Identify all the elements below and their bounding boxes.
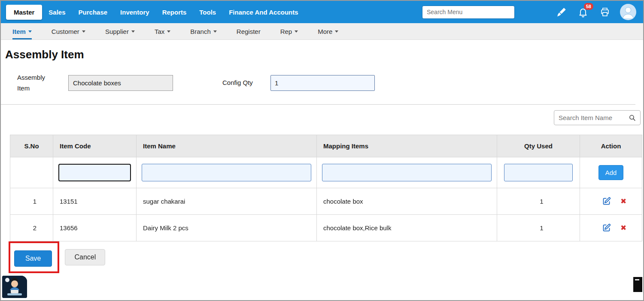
nav-item-reports[interactable]: Reports bbox=[156, 5, 193, 19]
notification-badge: 58 bbox=[584, 3, 593, 10]
cell-mapping-items: chocolate box,Rice bulk bbox=[317, 214, 497, 241]
nav-item-finance-and-accounts[interactable]: Finance And Accounts bbox=[222, 5, 304, 19]
assembly-items-table: S.No Item Code Item Name Mapping Items Q… bbox=[10, 135, 642, 241]
save-button[interactable]: Save bbox=[14, 250, 52, 267]
menu-search-input[interactable] bbox=[422, 6, 515, 19]
subnav-item-label: Register bbox=[237, 28, 261, 35]
item-search-input[interactable] bbox=[559, 114, 629, 121]
subnav-item-register[interactable]: Register bbox=[237, 23, 261, 39]
cell-item-name: Dairy Milk 2 pcs bbox=[137, 214, 317, 241]
nav-item-sales[interactable]: Sales bbox=[42, 5, 72, 19]
subnav-item-rep[interactable]: Rep bbox=[280, 23, 298, 39]
cell-item-name: sugar chakarai bbox=[137, 188, 317, 214]
subnav-item-supplier[interactable]: Supplier bbox=[105, 23, 135, 39]
user-avatar[interactable] bbox=[620, 4, 636, 20]
edit-icon[interactable] bbox=[602, 197, 611, 206]
table-filter-row: Add bbox=[10, 157, 642, 188]
filter-mapping-items-input[interactable] bbox=[322, 164, 492, 181]
filter-item-code-input[interactable] bbox=[58, 164, 131, 181]
cell-sno: 1 bbox=[10, 188, 53, 214]
table-row: 1 13151 sugar chakarai chocolate box 1 ✖ bbox=[10, 188, 642, 214]
sub-navbar: Item Customer Supplier Tax Branch Regist… bbox=[1, 23, 643, 40]
col-header-action: Action bbox=[580, 135, 642, 157]
support-person-icon bbox=[2, 276, 27, 298]
nav-item-tools[interactable]: Tools bbox=[193, 5, 222, 19]
subnav-item-label: Customer bbox=[52, 28, 79, 35]
add-button[interactable]: Add bbox=[598, 165, 624, 180]
subnav-item-label: Branch bbox=[190, 28, 211, 35]
top-navbar: Master Sales Purchase Inventory Reports … bbox=[1, 1, 643, 23]
page-title: Assembly Item bbox=[5, 48, 643, 61]
section-divider bbox=[1, 104, 635, 105]
support-chat-widget[interactable] bbox=[2, 276, 27, 298]
printer-icon[interactable] bbox=[599, 7, 611, 17]
subnav-item-item[interactable]: Item bbox=[12, 23, 32, 39]
col-header-mapping-items: Mapping Items bbox=[317, 135, 497, 157]
footer-actions: Save Cancel bbox=[1, 241, 643, 273]
cell-item-code: 13656 bbox=[53, 214, 137, 241]
assembly-form: Assembly Item Config Qty bbox=[1, 72, 643, 94]
col-header-item-code: Item Code bbox=[53, 135, 137, 157]
row-actions: ✖ bbox=[586, 188, 642, 214]
chevron-down-icon bbox=[82, 30, 85, 33]
cell-mapping-items: chocolate box bbox=[317, 188, 497, 214]
filter-sno-cell bbox=[10, 157, 53, 188]
config-qty-label: Config Qty bbox=[222, 78, 253, 88]
subnav-item-label: Item bbox=[12, 28, 26, 35]
subnav-item-label: Rep bbox=[280, 28, 292, 35]
item-search-row bbox=[1, 110, 641, 125]
chevron-down-icon bbox=[295, 30, 298, 33]
chevron-down-icon bbox=[131, 30, 135, 33]
subnav-item-label: More bbox=[318, 28, 332, 35]
subnav-item-label: Tax bbox=[155, 28, 164, 35]
config-qty-input[interactable] bbox=[270, 75, 375, 91]
chevron-down-icon bbox=[213, 30, 217, 33]
chevron-down-icon bbox=[28, 30, 32, 33]
subnav-item-branch[interactable]: Branch bbox=[190, 23, 217, 39]
subnav-item-more[interactable]: More bbox=[318, 23, 338, 39]
subnav-item-customer[interactable]: Customer bbox=[52, 23, 85, 39]
subnav-item-tax[interactable]: Tax bbox=[155, 23, 170, 39]
table-row: 2 13656 Dairy Milk 2 pcs chocolate box,R… bbox=[10, 214, 642, 241]
filter-qty-used-input[interactable] bbox=[504, 164, 573, 181]
red-annotation-box: Save bbox=[9, 241, 59, 273]
filter-item-name-input[interactable] bbox=[142, 164, 311, 181]
chevron-down-icon bbox=[335, 30, 338, 33]
notifications-area: 58 bbox=[578, 7, 588, 18]
edit-icon[interactable] bbox=[602, 223, 611, 232]
delete-icon[interactable]: ✖ bbox=[620, 223, 626, 232]
cancel-button[interactable]: Cancel bbox=[65, 249, 105, 265]
col-header-qty-used: Qty Used bbox=[497, 135, 580, 157]
search-icon[interactable] bbox=[629, 114, 636, 121]
nav-item-purchase[interactable]: Purchase bbox=[72, 5, 114, 19]
col-header-sno: S.No bbox=[10, 135, 53, 157]
chevron-down-icon bbox=[167, 30, 170, 33]
row-actions: ✖ bbox=[586, 215, 642, 241]
assembly-item-input[interactable] bbox=[68, 75, 173, 91]
cell-sno: 2 bbox=[10, 214, 53, 241]
subnav-item-label: Supplier bbox=[105, 28, 129, 35]
bottom-right-widget-fragment bbox=[633, 277, 642, 292]
col-header-item-name: Item Name bbox=[137, 135, 317, 157]
cell-qty-used: 1 bbox=[497, 188, 580, 214]
table-header-row: S.No Item Code Item Name Mapping Items Q… bbox=[10, 135, 642, 157]
delete-icon[interactable]: ✖ bbox=[620, 197, 626, 205]
nav-item-master[interactable]: Master bbox=[6, 5, 42, 20]
cell-item-code: 13151 bbox=[53, 188, 137, 214]
nav-item-inventory[interactable]: Inventory bbox=[114, 5, 156, 19]
navbar-right-section: 58 bbox=[422, 4, 639, 20]
brush-icon[interactable] bbox=[556, 7, 567, 18]
item-search-box bbox=[554, 110, 641, 125]
assembly-item-label: Assembly Item bbox=[17, 72, 52, 94]
cell-qty-used: 1 bbox=[497, 214, 580, 241]
